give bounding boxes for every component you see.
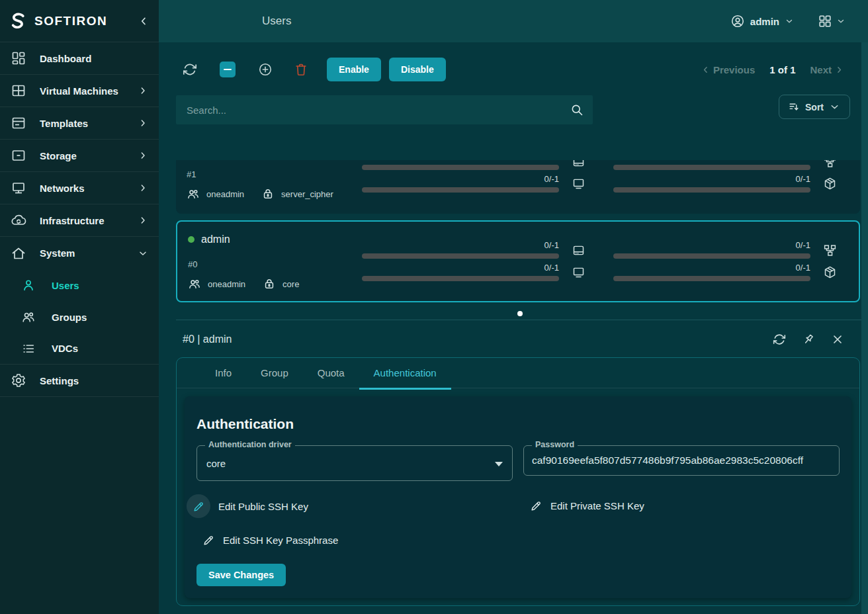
topbar: Users admin [159,0,868,42]
vm-quota: 0/-1 [362,263,559,281]
user-name: admin [201,234,230,245]
sidebar-item-label: Groups [52,312,148,323]
sidebar-item-label: Infrastructure [40,215,138,226]
brand-name: SOFTIRON [34,14,138,28]
edit-ssh-key-passphrase-label: Edit SSH Key Passphrase [223,535,338,546]
group-icon [187,187,200,200]
sidebar-item-templates[interactable]: Templates [0,107,159,140]
vdcs-icon [21,341,36,356]
image-cube-icon [823,177,837,191]
sort-button[interactable]: Sort [779,95,850,119]
previous-page-button[interactable]: Previous [701,64,755,75]
sidebar-item-label: Templates [40,118,138,129]
account-circle-icon [730,14,745,28]
sidebar-nav: Dashboard Virtual Machines Templates Sto… [0,42,159,397]
infrastructure-icon [11,212,26,228]
brand-header: SOFTIRON [0,0,159,42]
pencil-icon [193,500,205,513]
search-row: Sort [176,95,861,124]
network-quota: 0/-1 [613,160,810,170]
sidebar-item-label: System [40,247,138,259]
group-icon [188,277,201,290]
chevron-right-icon [138,118,148,128]
user-card-0[interactable]: admin #0 oneadmin core 0/-1 0/-1 0/-1 0/… [176,220,860,302]
sidebar-item-label: Storage [40,150,138,161]
sidebar-item-networks[interactable]: Networks [0,172,159,204]
sidebar: SOFTIRON Dashboard Virtual Machines Temp… [0,0,159,614]
deselect-all-checkbox[interactable] [220,62,236,77]
password-field: Password [523,445,840,476]
auth-driver-select[interactable]: Authentication driver core [196,445,513,481]
sidebar-item-users[interactable]: Users [0,269,159,301]
settings-gear-icon [11,373,26,388]
password-input[interactable] [524,446,839,475]
network-quota: 0/-1 [613,240,810,259]
detail-tabbar: Info Group Quota Authentication [177,358,859,388]
datastore-icon [572,243,586,257]
tab-authentication[interactable]: Authentication [359,358,451,388]
chevron-right-icon [138,150,148,161]
detail-refresh-icon[interactable] [773,333,786,346]
user-icon [21,278,36,292]
user-menu-button[interactable]: admin [730,14,794,28]
next-page-button[interactable]: Next [810,64,844,75]
disable-button[interactable]: Disable [389,58,446,81]
tab-group[interactable]: Group [246,358,303,388]
chevron-down-icon [829,101,840,112]
chevron-down-icon [836,17,846,26]
sidebar-item-vdcs[interactable]: VDCs [0,333,159,365]
user-id: #1 [187,169,196,179]
sidebar-item-infrastructure[interactable]: Infrastructure [0,204,159,237]
groups-icon [21,310,36,324]
apps-grid-icon [818,14,832,28]
edit-public-ssh-key-button[interactable]: Edit Public SSH Key [187,494,308,518]
pagination-info: 1 of 1 [769,64,795,75]
scrollbar-track[interactable] [861,42,868,614]
vm-monitor-icon [572,265,586,279]
carousel-indicator-dot[interactable] [517,311,523,316]
sidebar-item-system[interactable]: System [0,237,159,269]
networks-icon [11,180,26,196]
save-changes-button[interactable]: Save Changes [196,564,286,586]
sidebar-item-virtual-machines[interactable]: Virtual Machines [0,75,159,107]
softiron-logo-icon [7,10,29,32]
minus-icon [224,69,232,71]
search-input[interactable] [176,105,570,116]
sidebar-collapse-icon[interactable] [138,15,150,27]
sidebar-item-label: VDCs [52,343,148,354]
sidebar-item-label: Dashboard [40,53,148,64]
sidebar-item-dashboard[interactable]: Dashboard [0,42,159,75]
add-user-icon[interactable] [258,62,273,77]
edit-public-ssh-key-label: Edit Public SSH Key [218,501,308,512]
edit-private-ssh-key-button[interactable]: Edit Private SSH Key [530,500,644,512]
detail-header: #0 | admin [183,329,844,350]
pencil-icon [202,534,215,547]
pin-icon[interactable] [799,330,818,349]
sidebar-item-groups[interactable]: Groups [0,301,159,333]
image-quota: 0/-1 [613,263,810,281]
templates-icon [11,115,26,131]
main-content: Enable Disable Previous 1 of 1 Next Sort [159,42,861,614]
user-card-1[interactable]: #1 oneadmin server_cipher 0/-1 0/-1 0/-1… [176,160,860,214]
sort-label: Sort [805,102,824,112]
datastore-quota: 0/-1 [362,160,559,170]
chevron-left-icon [701,65,711,75]
enable-button[interactable]: Enable [327,58,381,81]
refresh-icon[interactable] [183,62,197,77]
group-badge: oneadmin [187,187,244,200]
tab-info[interactable]: Info [200,358,246,388]
storage-icon [11,148,26,163]
edit-ssh-key-passphrase-button[interactable]: Edit SSH Key Passphrase [202,534,338,547]
search-icon[interactable] [570,103,584,116]
chevron-right-icon [138,85,148,96]
apps-menu-button[interactable] [818,14,846,28]
close-icon[interactable] [831,333,844,346]
chevron-right-icon [138,215,148,226]
sidebar-item-settings[interactable]: Settings [0,365,159,397]
user-menu-label: admin [750,16,779,27]
detail-panel: Info Group Quota Authentication Authenti… [176,357,860,606]
delete-trash-icon[interactable] [294,62,308,77]
sidebar-item-label: Networks [40,183,138,194]
sidebar-item-storage[interactable]: Storage [0,140,159,172]
tab-quota[interactable]: Quota [303,358,359,388]
